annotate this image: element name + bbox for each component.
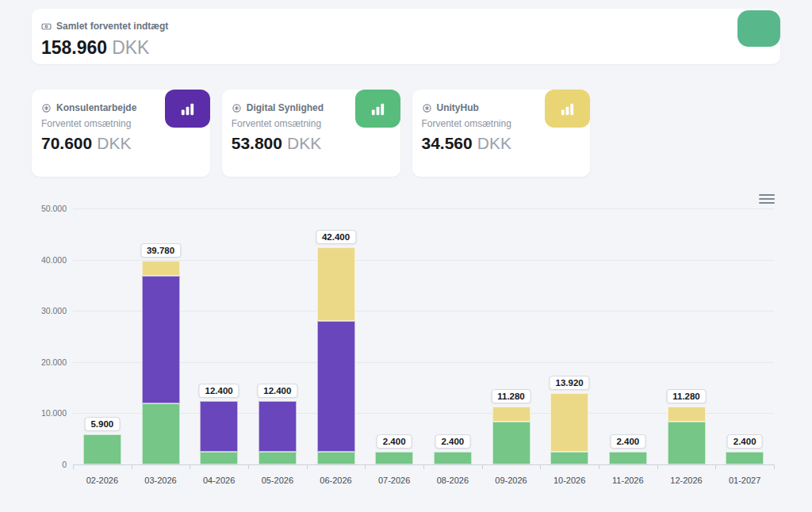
- revenue-bar-chart: 010.00020.00030.00040.00050.0005.90002-2…: [32, 190, 780, 503]
- bar-total-label: 2.400: [435, 434, 470, 449]
- bar-segment-konsulentarbejde[interactable]: [200, 401, 238, 453]
- x-axis-label: 12-2026: [657, 476, 716, 485]
- axis-tick: [599, 464, 599, 469]
- x-axis-label: 05-2026: [248, 476, 307, 485]
- axis-tick: [423, 464, 424, 469]
- bar-segment-unityhub[interactable]: [142, 261, 180, 276]
- product-card-value: 34.560: [422, 134, 473, 152]
- bar-segment-digital-synlighed[interactable]: [668, 422, 706, 464]
- banknote-icon: [41, 21, 52, 32]
- bar-segment-digital-synlighed[interactable]: [434, 452, 472, 464]
- product-card-currency: DKK: [287, 134, 321, 152]
- summary-card-header: Samlet forventet indtægt: [41, 21, 168, 32]
- axis-tick: [657, 464, 658, 469]
- chart-column-icon: [558, 100, 576, 118]
- summary-card: Samlet forventet indtægt 158.960DKK: [32, 9, 780, 64]
- axis-tick: [365, 464, 366, 469]
- bar-total-label: 13.920: [550, 376, 590, 390]
- product-card: UnityHub Forventet omsætning 34.560DKK: [412, 90, 591, 177]
- bar-segment-digital-synlighed[interactable]: [726, 452, 764, 464]
- product-card-value-row: 53.800DKK: [232, 134, 321, 153]
- x-axis-label: 08-2026: [423, 476, 482, 485]
- x-axis-label: 01-2027: [715, 476, 774, 485]
- bar-segment-digital-synlighed[interactable]: [142, 403, 180, 464]
- x-axis-label: 04-2026: [190, 476, 248, 485]
- bar-total-label: 2.400: [727, 434, 763, 449]
- product-card-value: 53.800: [232, 134, 282, 152]
- product-card-accent-badge: [165, 90, 210, 128]
- bar-total-label: 12.400: [199, 384, 239, 398]
- y-axis-label: 10.000: [32, 408, 67, 418]
- product-card-value-row: 70.600DKK: [41, 134, 131, 153]
- product-card-title: Digital Synlighed: [247, 102, 324, 113]
- bar-segment-konsulentarbejde[interactable]: [142, 276, 180, 404]
- summary-currency: DKK: [112, 37, 149, 58]
- product-card-subtitle: Forventet omsætning: [41, 118, 131, 129]
- axis-tick: [482, 464, 483, 469]
- x-axis-label: 02-2026: [73, 476, 132, 485]
- product-card-title: Konsulentarbejde: [56, 102, 136, 113]
- bar-segment-unityhub[interactable]: [668, 407, 706, 422]
- bar-segment-digital-synlighed[interactable]: [317, 452, 355, 464]
- product-card-currency: DKK: [97, 134, 131, 152]
- product-card-header: UnityHub: [422, 102, 479, 113]
- product-card: Konsulentarbejde Forventet omsætning 70.…: [32, 90, 210, 177]
- bar-segment-digital-synlighed[interactable]: [375, 452, 413, 464]
- bar-segment-unityhub[interactable]: [492, 407, 530, 422]
- product-card-accent-badge: [355, 90, 400, 128]
- axis-tick: [540, 464, 541, 469]
- x-axis-label: 03-2026: [132, 476, 190, 485]
- axis-tick: [132, 464, 132, 469]
- chart-column-icon: [369, 100, 387, 118]
- product-card-subtitle: Forventet omsætning: [232, 118, 321, 129]
- product-card-title: UnityHub: [437, 102, 479, 113]
- axis-tick: [248, 464, 249, 469]
- bar-segment-konsulentarbejde[interactable]: [259, 401, 297, 453]
- axis-tick: [774, 464, 775, 469]
- product-card-accent-badge: [545, 90, 590, 128]
- bar-total-label: 11.280: [491, 389, 531, 403]
- bar-segment-unityhub[interactable]: [317, 247, 355, 321]
- product-card: Digital Synlighed Forventet omsætning 53…: [222, 90, 400, 177]
- axis-tick: [715, 464, 716, 469]
- product-card-value-row: 34.560DKK: [422, 134, 511, 153]
- x-axis-label: 09-2026: [482, 476, 541, 485]
- chart-column-icon: [178, 100, 197, 118]
- y-axis-label: 20.000: [32, 357, 67, 367]
- y-axis-label: 0: [32, 460, 67, 469]
- badge-icon: [232, 103, 242, 113]
- hamburger-menu-icon[interactable]: [758, 192, 776, 206]
- product-card-subtitle: Forventet omsætning: [422, 118, 511, 129]
- bar-total-label: 42.400: [316, 230, 356, 244]
- x-axis-label: 07-2026: [365, 476, 423, 485]
- badge-icon: [41, 103, 52, 113]
- bar-segment-digital-synlighed[interactable]: [83, 434, 121, 464]
- x-axis-label: 06-2026: [307, 476, 366, 485]
- bar-total-label: 5.900: [84, 417, 120, 431]
- product-card-value: 70.600: [41, 134, 92, 152]
- bar-segment-digital-synlighed[interactable]: [609, 452, 647, 464]
- bar-segment-konsulentarbejde[interactable]: [317, 321, 355, 452]
- x-axis-label: 10-2026: [540, 476, 599, 485]
- product-cards-row: Konsulentarbejde Forventet omsætning 70.…: [32, 90, 780, 177]
- bar-total-label: 12.400: [257, 384, 297, 398]
- axis-tick: [307, 464, 308, 469]
- summary-accent-tab: [737, 10, 780, 47]
- bar-segment-digital-synlighed[interactable]: [200, 452, 238, 464]
- y-axis-label: 30.000: [32, 306, 67, 315]
- summary-value: 158.960: [41, 37, 107, 58]
- bar-segment-digital-synlighed[interactable]: [492, 422, 530, 464]
- bar-total-label: 39.780: [140, 243, 181, 258]
- bar-segment-digital-synlighed[interactable]: [259, 452, 297, 464]
- axis-tick: [190, 464, 190, 469]
- gridline: [73, 208, 774, 209]
- bar-segment-unityhub[interactable]: [550, 393, 588, 452]
- y-axis-label: 50.000: [32, 204, 67, 213]
- summary-value-row: 158.960DKK: [41, 37, 149, 59]
- x-axis-label: 11-2026: [599, 476, 657, 485]
- product-card-header: Digital Synlighed: [232, 102, 324, 113]
- summary-label: Samlet forventet indtægt: [56, 21, 168, 32]
- bar-total-label: 2.400: [610, 434, 645, 449]
- bar-total-label: 11.280: [666, 389, 707, 403]
- bar-segment-digital-synlighed[interactable]: [550, 452, 588, 464]
